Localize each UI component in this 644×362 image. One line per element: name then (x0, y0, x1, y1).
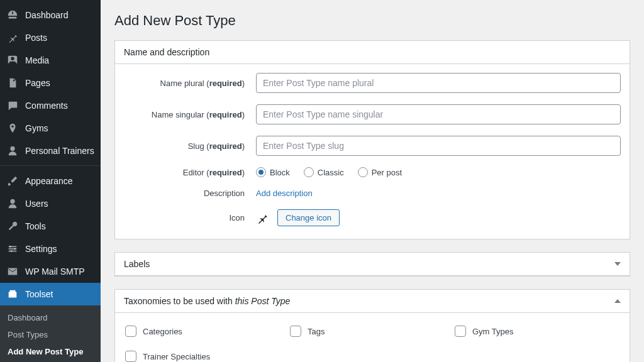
sidebar-item-label: Gyms (25, 123, 94, 133)
sidebar-item-media[interactable]: Media (0, 49, 101, 72)
editor-radio-per-post[interactable]: Per post (358, 167, 402, 177)
media-icon (6, 54, 19, 67)
name-plural-input[interactable] (256, 73, 621, 93)
field-label: Name singular (required) (124, 110, 256, 119)
sidebar-item-toolset[interactable]: Toolset (0, 283, 101, 305)
panel-body: Categories Tags Gym Types Trainer Specia… (115, 313, 630, 362)
radio-label: Block (270, 168, 290, 177)
menu-group-1: Dashboard Posts Media Pages Comments (0, 0, 101, 162)
sidebar-item-personal-trainers[interactable]: Personal Trainers (0, 140, 101, 162)
panel-body: Name plural (required) Name singular (re… (115, 64, 630, 239)
sidebar-item-label: Posts (25, 33, 94, 43)
svg-rect-2 (9, 251, 17, 252)
comment-icon (6, 99, 19, 112)
sidebar-item-users[interactable]: Users (0, 192, 101, 215)
page-title: Add New Post Type (114, 13, 630, 29)
sidebar-item-label: Settings (25, 244, 94, 254)
taxonomy-categories[interactable]: Categories (125, 326, 290, 337)
field-label: Name plural (required) (124, 79, 256, 88)
sidebar-item-label: Users (25, 199, 94, 209)
field-label: Icon (124, 213, 256, 222)
sidebar-item-label: Appearance (25, 176, 94, 186)
svg-point-3 (9, 246, 11, 248)
name-singular-input[interactable] (256, 104, 621, 124)
field-label: Description (124, 189, 256, 198)
slug-input[interactable] (256, 136, 621, 156)
panel-header: Name and description (115, 41, 630, 64)
panel-taxonomies-header[interactable]: Taxonomies to be used with this Post Typ… (115, 290, 630, 313)
sidebar-item-comments[interactable]: Comments (0, 94, 101, 117)
sidebar-item-label: Toolset (25, 289, 94, 299)
checkbox-label: Gym Types (472, 327, 514, 336)
panel-heading: Name and description (124, 47, 209, 57)
chevron-up-icon (614, 299, 621, 303)
sidebar-item-label: Media (25, 55, 94, 65)
wrench-icon (6, 220, 19, 233)
toolset-submenu: Dashboard Post Types Add New Post Type (0, 305, 101, 362)
submenu-item-post-types[interactable]: Post Types (0, 326, 101, 343)
sidebar-item-label: Comments (25, 101, 94, 111)
editor-radio-block[interactable]: Block (256, 167, 290, 177)
user-icon (6, 197, 19, 210)
radio-label: Classic (318, 168, 344, 177)
pin-icon (256, 212, 269, 224)
panel-taxonomies: Taxonomies to be used with this Post Typ… (114, 289, 630, 362)
checkbox-icon (290, 326, 301, 337)
field-icon: Icon Change icon (124, 209, 621, 226)
field-label: Editor (required) (124, 168, 256, 177)
sidebar-item-posts[interactable]: Posts (0, 26, 101, 49)
dashboard-icon (6, 9, 19, 21)
radio-icon (304, 167, 314, 177)
svg-point-5 (11, 250, 13, 252)
sidebar-item-dashboard[interactable]: Dashboard (0, 4, 101, 26)
sidebar-item-appearance[interactable]: Appearance (0, 170, 101, 192)
taxonomy-gym-types[interactable]: Gym Types (455, 326, 619, 337)
sidebar-item-label: Personal Trainers (25, 146, 94, 156)
admin-sidebar: Dashboard Posts Media Pages Comments (0, 0, 101, 362)
field-slug: Slug (required) (124, 136, 621, 156)
sidebar-item-label: Tools (25, 221, 94, 231)
main-content: Add New Post Type Name and description N… (101, 0, 644, 362)
panel-heading: Taxonomies to be used with this Post Typ… (124, 296, 290, 306)
sidebar-item-settings[interactable]: Settings (0, 238, 101, 260)
taxonomies-grid: Categories Tags Gym Types Trainer Specia… (124, 322, 621, 362)
add-description-link[interactable]: Add description (256, 189, 313, 198)
submenu-item-dashboard[interactable]: Dashboard (0, 309, 101, 326)
menu-group-2: Appearance Users Tools Settings WP Mail … (0, 166, 101, 305)
sidebar-item-label: Dashboard (25, 10, 94, 20)
location-icon (6, 122, 19, 134)
field-editor: Editor (required) Block Classic Per post (124, 167, 621, 177)
field-name-plural: Name plural (required) (124, 73, 621, 93)
pages-icon (6, 77, 19, 89)
sidebar-item-pages[interactable]: Pages (0, 72, 101, 94)
panel-labels: Labels (114, 252, 630, 277)
panel-labels-header[interactable]: Labels (115, 253, 630, 276)
sidebar-item-label: WP Mail SMTP (25, 266, 94, 277)
taxonomy-trainer-specialties[interactable]: Trainer Specialties (125, 351, 290, 362)
radio-icon (256, 167, 266, 177)
taxonomy-tags[interactable]: Tags (290, 326, 455, 337)
checkbox-label: Categories (143, 327, 182, 336)
sidebar-item-wp-mail-smtp[interactable]: WP Mail SMTP (0, 260, 101, 283)
chevron-down-icon (614, 262, 621, 266)
field-label: Slug (required) (124, 141, 256, 151)
radio-icon (358, 167, 368, 177)
svg-point-4 (14, 248, 16, 250)
editor-radio-classic[interactable]: Classic (304, 167, 344, 177)
radio-label: Per post (372, 168, 402, 177)
checkbox-icon (125, 326, 136, 337)
mail-icon (6, 265, 19, 278)
submenu-item-add-new-post-type[interactable]: Add New Post Type (0, 343, 101, 360)
change-icon-button[interactable]: Change icon (277, 209, 340, 226)
user-icon (6, 145, 19, 157)
sidebar-item-gyms[interactable]: Gyms (0, 117, 101, 140)
checkbox-label: Trainer Specialties (143, 352, 210, 361)
checkbox-icon (125, 351, 136, 362)
sidebar-item-tools[interactable]: Tools (0, 215, 101, 238)
checkbox-icon (455, 326, 466, 337)
panel-name-description: Name and description Name plural (requir… (114, 40, 630, 239)
field-description: Description Add description (124, 189, 621, 198)
brush-icon (6, 175, 19, 187)
pin-icon (6, 31, 19, 44)
field-name-singular: Name singular (required) (124, 104, 621, 124)
